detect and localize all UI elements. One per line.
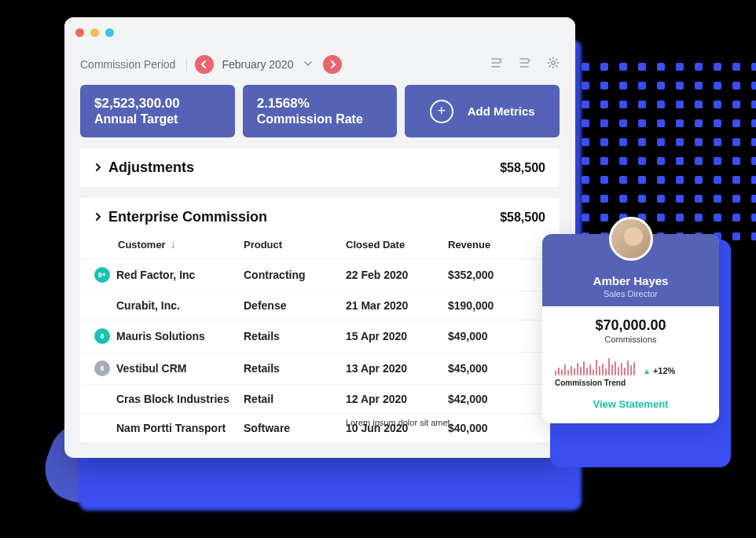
enterprise-amount: $58,500 [500,210,545,225]
table-body: 9+Red Factor, IncContracting22 Feb 2020$… [80,259,560,442]
lorem-text: Lorem ipsum dolor sit amet, [346,418,453,427]
enterprise-header[interactable]: Enterprise Commission $58,500 [80,209,560,233]
add-metrics-label: Add Metrics [468,104,535,118]
profile-card: Amber Hayes Sales Director $70,000.00 Co… [542,234,719,423]
app-window: Commission Period February 2020 $2,523,3… [64,17,575,458]
cell-closed: 21 Mar 2020 [346,299,448,312]
metric-value: 2.1568% [257,96,384,112]
avatar [609,217,653,261]
profile-header: Amber Hayes Sales Director [542,234,719,306]
table-row[interactable]: 9+Red Factor, IncContracting22 Feb 2020$… [80,259,560,291]
cell-closed: 22 Feb 2020 [346,269,448,281]
table-row[interactable]: 8Mauris SolutionsRetails15 Apr 2020$49,0… [80,320,560,353]
expand-list-icon[interactable] [490,57,503,71]
cell-product: Retails [244,362,346,375]
period-value[interactable]: February 2020 [222,58,293,71]
adjustments-title: Adjustments [108,159,494,176]
cell-product: Defense [244,299,346,312]
adjustments-amount: $58,500 [500,161,545,175]
adjustments-panel[interactable]: Adjustments $58,500 [80,148,560,187]
metric-card-commission-rate: 2.1568% Commission Rate [243,85,398,137]
period-prev-button[interactable] [195,55,214,74]
commission-amount: $70,000.00 [555,317,706,334]
cell-revenue: $42,000 [448,393,534,405]
commission-label: Commissions [555,335,706,344]
table-header: Customer ↓ Product Closed Date Revenue [80,233,560,259]
svg-point-0 [552,61,555,64]
cell-closed: 12 Apr 2020 [346,393,448,405]
metric-label: Commission Rate [257,112,384,126]
view-statement-link[interactable]: View Statement [593,398,669,410]
cell-customer: Nam Portti Transport [116,422,226,434]
cell-product: Retail [244,393,346,405]
metric-label: Annual Target [94,112,221,126]
chevron-right-icon [94,162,102,174]
decorative-dot-grid [582,63,756,240]
column-product[interactable]: Product [244,238,346,251]
minimize-window-icon[interactable] [90,28,99,37]
count-badge: 8 [94,328,110,344]
titlebar [64,17,575,47]
trend-row: ▲ +12% [555,355,706,375]
trend-up-icon: ▲ [643,367,651,375]
period-next-button[interactable] [323,55,342,74]
chevron-down-icon[interactable] [304,59,312,70]
table-row[interactable]: Nam Portti TransportSoftware10 Jun 2020$… [80,414,560,442]
trend-percent: ▲ +12% [643,366,675,375]
cell-revenue: $190,000 [448,299,534,312]
cell-customer: Mauris Solutions [116,330,205,342]
cell-closed: 13 Apr 2020 [346,362,448,375]
column-customer[interactable]: Customer ↓ [94,238,244,251]
metric-value: $2,523,300.00 [94,96,221,112]
table-row[interactable]: Curabit, Inc.Defense21 Mar 2020$190,000 [80,291,560,320]
gear-icon[interactable] [547,57,560,72]
period-label: Commission Period [80,58,187,71]
cell-revenue: $352,000 [448,269,534,281]
sort-desc-icon: ↓ [171,238,176,251]
cell-revenue: $49,000 [448,330,534,342]
metrics-row: $2,523,300.00 Annual Target 2.1568% Comm… [64,85,575,148]
add-metrics-button[interactable]: + Add Metrics [405,85,560,137]
table-row[interactable]: 6Vestibul CRMRetails13 Apr 2020$45,000 [80,353,560,385]
enterprise-title: Enterprise Commission [108,209,494,225]
plus-icon: + [430,100,453,123]
column-label: Customer [118,239,166,251]
column-revenue[interactable]: Revenue [448,238,534,251]
period-header: Commission Period February 2020 [64,47,575,85]
count-badge: 9+ [94,267,110,283]
enterprise-commission-panel: Enterprise Commission $58,500 Customer ↓… [80,198,560,442]
trend-percent-value: +12% [653,366,675,375]
cell-customer: Curabit, Inc. [116,299,180,312]
cell-customer: Cras Block Industries [116,393,229,405]
maximize-window-icon[interactable] [105,28,114,37]
cell-product: Retails [244,330,346,342]
profile-name: Amber Hayes [593,274,669,287]
collapse-list-icon[interactable] [519,57,531,71]
close-window-icon[interactable] [75,28,84,37]
cell-revenue: $40,000 [448,422,534,434]
chevron-right-icon [328,60,336,68]
profile-role: Sales Director [604,289,658,298]
column-closed-date[interactable]: Closed Date [346,238,448,251]
cell-customer: Red Factor, Inc [116,269,195,281]
table-row[interactable]: Cras Block IndustriesRetail12 Apr 2020$4… [80,385,560,414]
trend-sparkline [555,355,635,375]
cell-revenue: $45,000 [448,362,534,375]
trend-label: Commission Trend [555,379,706,387]
cell-product: Contracting [244,269,346,281]
cell-product: Software [244,422,346,434]
chevron-left-icon [200,60,208,68]
cell-customer: Vestibul CRM [116,362,186,375]
count-badge: 6 [94,360,110,376]
profile-body: $70,000.00 Commissions ▲ +12% Commission… [542,306,719,423]
chevron-right-icon [94,211,102,224]
metric-card-annual-target: $2,523,300.00 Annual Target [80,85,235,137]
cell-closed: 15 Apr 2020 [346,330,448,342]
